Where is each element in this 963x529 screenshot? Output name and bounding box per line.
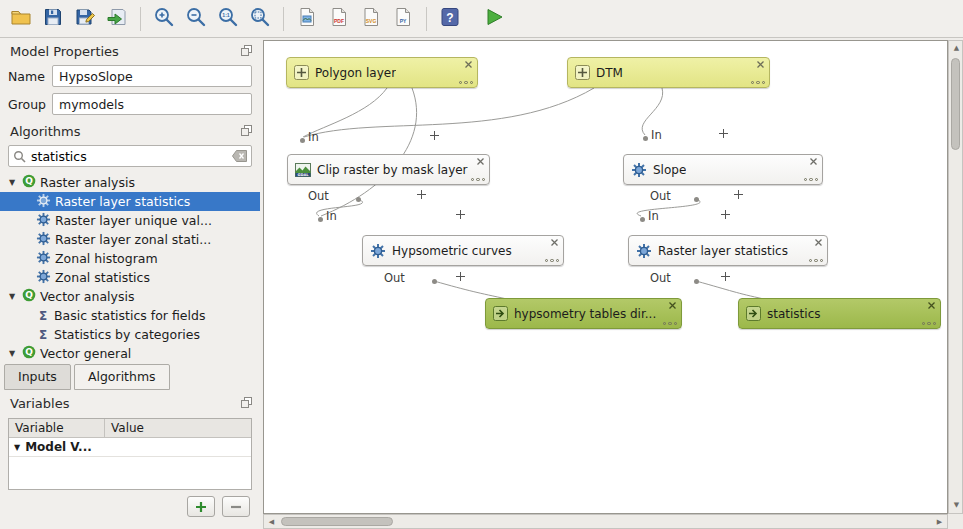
delete-node-icon[interactable] xyxy=(756,60,765,69)
expand-arrow-icon[interactable]: ▼ xyxy=(6,292,18,301)
float-panel-icon[interactable] xyxy=(241,44,252,59)
algorithm-node-raster-layer-statistics[interactable]: Raster layer statistics xyxy=(628,235,828,266)
export-as-pdf-button[interactable]: PDF xyxy=(324,4,354,34)
model-variables-row[interactable]: ▼ Model V... xyxy=(9,438,251,457)
export-as-svg-button[interactable]: SVG xyxy=(356,4,386,34)
expand-socket-icon[interactable] xyxy=(430,131,439,140)
tree-item-raster-layer-unique-values[interactable]: Raster layer unique val... xyxy=(0,211,260,230)
remove-variable-button[interactable] xyxy=(222,496,250,517)
socket-dot[interactable] xyxy=(694,279,699,284)
socket-dot[interactable] xyxy=(640,217,645,222)
scroll-down-icon[interactable]: ▼ xyxy=(949,498,963,513)
algorithm-node-clip-raster[interactable]: GDAL Clip raster by mask layer xyxy=(287,154,490,185)
help-button[interactable]: ? xyxy=(435,4,465,34)
expand-socket-icon[interactable] xyxy=(719,129,728,138)
comment-dots-icon[interactable] xyxy=(922,322,937,326)
open-model-button[interactable] xyxy=(6,4,36,34)
zoom-actual-button[interactable]: 1:1 xyxy=(213,4,243,34)
socket-dot[interactable] xyxy=(432,279,437,284)
variables-table-header: Variable Value xyxy=(9,419,251,438)
expand-socket-icon[interactable] xyxy=(417,190,426,199)
tree-item-statistics-by-categories[interactable]: Σ Statistics by categories xyxy=(0,325,260,344)
tree-group-vector-general[interactable]: ▼ Q Vector general xyxy=(0,344,260,363)
model-canvas[interactable]: Polygon layer DTM GDAL Clip raster by ma… xyxy=(263,40,948,514)
expand-arrow-icon[interactable]: ▼ xyxy=(14,443,20,452)
horizontal-scrollbar[interactable]: ◀ ▶ xyxy=(263,514,948,529)
vertical-scrollbar-thumb[interactable] xyxy=(951,58,960,150)
delete-node-icon[interactable] xyxy=(668,301,677,310)
expand-arrow-icon[interactable]: ▼ xyxy=(6,349,18,358)
run-model-button[interactable] xyxy=(479,4,509,34)
tree-label: Vector general xyxy=(40,346,131,361)
comment-dots-icon[interactable] xyxy=(663,322,678,326)
export-as-image-button[interactable] xyxy=(292,4,322,34)
save-model-as-button[interactable] xyxy=(70,4,100,34)
scroll-up-icon[interactable]: ▲ xyxy=(949,41,963,56)
tree-group-vector-analysis[interactable]: ▼ Q Vector analysis xyxy=(0,287,260,306)
algorithms-title: Algorithms xyxy=(10,124,80,139)
delete-node-icon[interactable] xyxy=(464,60,473,69)
save-in-project-button[interactable] xyxy=(102,4,132,34)
algorithm-node-hypsometric-curves[interactable]: Hypsometric curves xyxy=(362,235,564,266)
delete-node-icon[interactable] xyxy=(476,157,485,166)
algorithm-node-slope[interactable]: Slope xyxy=(623,154,823,185)
delete-node-icon[interactable] xyxy=(809,157,818,166)
comment-dots-icon[interactable] xyxy=(804,178,819,182)
tree-item-raster-layer-zonal-statistics[interactable]: Raster layer zonal stati... xyxy=(0,230,260,249)
float-panel-icon[interactable] xyxy=(241,124,252,139)
export-as-python-button[interactable]: PY xyxy=(388,4,418,34)
tree-label: Vector analysis xyxy=(40,289,134,304)
input-node-polygon-layer[interactable]: Polygon layer xyxy=(286,57,478,88)
socket-label-in: In xyxy=(648,209,659,223)
socket-dot[interactable] xyxy=(318,217,323,222)
expand-socket-icon[interactable] xyxy=(456,272,465,281)
delete-node-icon[interactable] xyxy=(550,238,559,247)
left-dock-panels: Model Properties Name Group Algorithms ▼… xyxy=(0,38,260,529)
zoom-full-button[interactable] xyxy=(245,4,275,34)
scroll-right-icon[interactable]: ▶ xyxy=(932,515,947,529)
tree-group-raster-analysis[interactable]: ▼ Q Raster analysis xyxy=(0,173,260,192)
comment-dots-icon[interactable] xyxy=(471,178,486,182)
output-node-statistics[interactable]: statistics xyxy=(738,298,941,329)
comment-dots-icon[interactable] xyxy=(459,81,474,85)
expand-socket-icon[interactable] xyxy=(721,210,730,219)
comment-dots-icon[interactable] xyxy=(809,259,824,263)
tree-item-raster-layer-statistics[interactable]: Raster layer statistics xyxy=(0,192,260,211)
node-title: Raster layer statistics xyxy=(658,244,788,258)
model-group-input[interactable] xyxy=(52,93,252,115)
expand-socket-icon[interactable] xyxy=(734,190,743,199)
vertical-scrollbar[interactable]: ▲ ▼ xyxy=(948,40,963,514)
expand-socket-icon[interactable] xyxy=(721,272,730,281)
expand-arrow-icon[interactable]: ▼ xyxy=(6,178,18,187)
add-variable-button[interactable] xyxy=(187,496,215,517)
expand-socket-icon[interactable] xyxy=(456,210,465,219)
export-image-icon xyxy=(296,6,318,31)
input-node-dtm[interactable]: DTM xyxy=(567,57,770,88)
delete-node-icon[interactable] xyxy=(927,301,936,310)
tree-item-zonal-statistics[interactable]: Zonal statistics xyxy=(0,268,260,287)
clear-search-icon[interactable] xyxy=(232,150,247,165)
socket-dot[interactable] xyxy=(300,138,305,143)
tree-item-zonal-histogram[interactable]: Zonal histogram xyxy=(0,249,260,268)
comment-dots-icon[interactable] xyxy=(751,81,766,85)
float-panel-icon[interactable] xyxy=(241,396,252,411)
dock-tabbar: Inputs Algorithms xyxy=(0,363,260,390)
tab-algorithms[interactable]: Algorithms xyxy=(74,364,170,390)
output-node-hypsometry-tables[interactable]: hypsometry tables dir... xyxy=(485,298,682,329)
socket-dot[interactable] xyxy=(694,197,699,202)
tree-item-basic-statistics-for-fields[interactable]: Σ Basic statistics for fields xyxy=(0,306,260,325)
model-name-input[interactable] xyxy=(52,65,252,87)
scroll-left-icon[interactable]: ◀ xyxy=(264,515,279,529)
zoom-actual-icon: 1:1 xyxy=(217,6,239,31)
algorithm-search-input[interactable] xyxy=(8,145,252,167)
socket-dot[interactable] xyxy=(356,197,361,202)
search-icon xyxy=(13,150,26,166)
socket-dot[interactable] xyxy=(643,136,648,141)
save-model-button[interactable] xyxy=(38,4,68,34)
comment-dots-icon[interactable] xyxy=(545,259,560,263)
zoom-out-button[interactable] xyxy=(181,4,211,34)
delete-node-icon[interactable] xyxy=(814,238,823,247)
zoom-in-button[interactable] xyxy=(149,4,179,34)
tab-inputs[interactable]: Inputs xyxy=(4,364,71,390)
horizontal-scrollbar-thumb[interactable] xyxy=(281,517,393,526)
